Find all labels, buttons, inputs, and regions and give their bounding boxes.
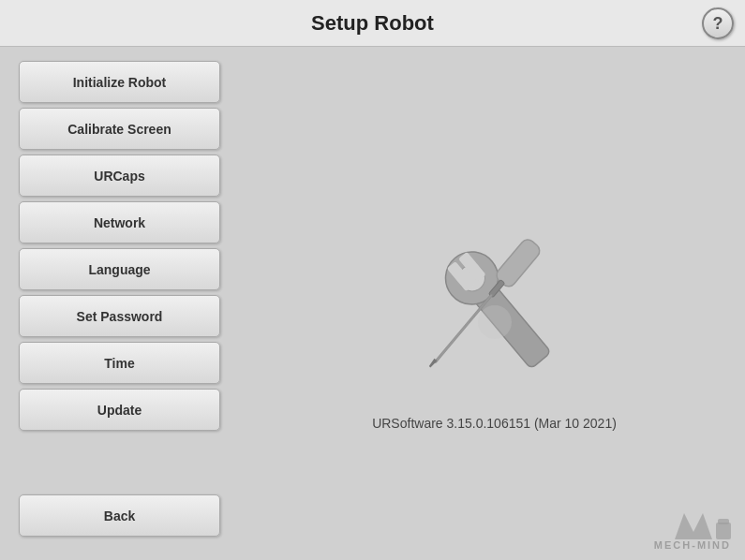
svg-point-9 [478,305,512,339]
network-button[interactable]: Network [19,201,220,243]
set-password-button[interactable]: Set Password [19,295,220,337]
header: Setup Robot ? [0,0,745,47]
back-button[interactable]: Back [19,494,220,537]
page-title: Setup Robot [311,11,434,36]
main-content: Initialize RobotCalibrate ScreenURCapsNe… [0,47,745,560]
watermark: MECH-MIND [654,513,731,551]
update-button[interactable]: Update [19,389,220,431]
language-button[interactable]: Language [19,248,220,290]
right-panel: URSoftware 3.15.0.106151 (Mar 10 2021) M… [244,47,745,560]
calibrate-screen-button[interactable]: Calibrate Screen [19,108,220,150]
back-button-container: Back [19,494,225,546]
svg-rect-12 [718,519,729,524]
urcaps-button[interactable]: URCaps [19,155,220,197]
mech-mind-logo-icon [675,513,731,539]
version-text: URSoftware 3.15.0.106151 (Mar 10 2021) [372,416,617,431]
initialize-robot-button[interactable]: Initialize Robot [19,61,220,103]
time-button[interactable]: Time [19,342,220,384]
tools-illustration [392,177,598,402]
watermark-text: MECH-MIND [654,539,731,551]
sidebar-buttons: Initialize RobotCalibrate ScreenURCapsNe… [19,61,225,435]
help-icon: ? [702,7,734,39]
sidebar: Initialize RobotCalibrate ScreenURCapsNe… [0,47,244,560]
help-button[interactable]: ? [702,7,734,39]
svg-rect-11 [716,523,731,539]
watermark-logo [675,513,731,539]
svg-marker-8 [428,358,437,367]
svg-marker-10 [675,513,712,539]
